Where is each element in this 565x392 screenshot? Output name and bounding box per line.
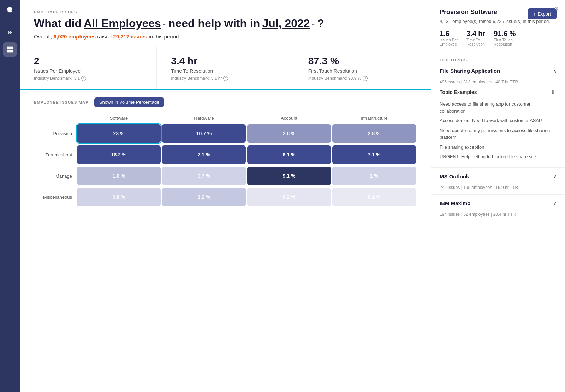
panel-metric-label-0: Issues PerEmployee <box>440 38 458 46</box>
topic-name-2: IBM Maximo <box>440 200 471 206</box>
panel-metric-value-1: 3.4 hr <box>466 30 485 38</box>
sidebar-logo <box>4 4 16 17</box>
grid-cell-0-0[interactable]: 23 % <box>77 124 161 143</box>
topic-examples-title-0: Topic Examples <box>440 89 477 95</box>
top-area: EMPLOYEE ISSUES What did All Employees ⌄… <box>20 0 431 90</box>
map-toggle-button[interactable]: Shown in Volume Percentage <box>94 97 165 107</box>
benchmark-icon-1: ? <box>223 76 228 81</box>
metric-label-1: Time To Resolution <box>171 68 279 74</box>
grid-cell-3-1[interactable]: 1.2 % <box>162 188 246 206</box>
svg-rect-5 <box>7 50 10 52</box>
grid-cell-2-0[interactable]: 1.6 % <box>77 167 161 185</box>
panel-topics-label: TOP TOPICS <box>431 52 565 62</box>
grid-col-header-2: Hardware <box>161 114 246 122</box>
topic-stats-0: 496 issues | 313 employees | 40.7 hr TTR <box>431 79 565 89</box>
panel-metric-0: 1.6 Issues PerEmployee <box>440 30 458 46</box>
metric-value-0: 2 <box>34 55 142 67</box>
panel-metric-label-2: First TouchResolution <box>494 38 516 46</box>
title-suffix: ? <box>317 17 325 30</box>
grid-cell-2-1[interactable]: 0.7 % <box>162 167 246 185</box>
grid-row-label-2: Manage <box>34 173 76 179</box>
panel-metrics: 1.6 Issues PerEmployee 3.4 hr Time ToRes… <box>440 30 557 46</box>
grid-row-label-0: Provision <box>34 131 76 136</box>
grid-header-row: Software Hardware Account Infrastructure <box>34 114 417 122</box>
metric-benchmark-0: Industry Benchmark: 3.1 ? <box>34 76 142 81</box>
grid-cell-0-1[interactable]: 10.7 % <box>162 124 246 143</box>
panel-metric-value-2: 91.6 % <box>494 30 516 38</box>
topics-container: File Sharing Application∧496 issues | 31… <box>431 62 565 221</box>
topic-stats-2: 194 issues | 52 employees | 20.4 hr TTR <box>431 212 565 221</box>
grid-cell-2-2[interactable]: 9.1 % <box>247 167 331 185</box>
topic-item-0: File Sharing Application∧496 issues | 31… <box>431 62 565 168</box>
date-dropdown[interactable]: Jul, 2022 ⌄ <box>262 17 315 30</box>
employees-count: 6,020 employees <box>54 34 96 40</box>
employees-chevron-icon: ⌄ <box>162 20 166 27</box>
grid-cell-1-0[interactable]: 18.2 % <box>77 145 161 164</box>
topic-header-0[interactable]: File Sharing Application∧ <box>431 62 565 79</box>
example-item-0-0: Need access to file sharing app for cust… <box>440 99 557 116</box>
panel-header: Provision Software 4,131 employee(s) rai… <box>431 0 565 52</box>
grid-col-header-1: Software <box>76 114 161 122</box>
map-header: EMPLOYEE ISSUES MAP Shown in Volume Perc… <box>34 97 417 107</box>
grid-row-1: Troubleshoot18.2 %7.1 %6.1 %7.1 % <box>34 145 417 165</box>
title-middle: need help with in <box>168 17 260 30</box>
topic-chevron-icon-1: ∨ <box>553 173 557 179</box>
example-item-0-3: File sharing exception <box>440 142 557 152</box>
export-label: Export <box>537 11 551 17</box>
grid-cell-1-2[interactable]: 6.1 % <box>247 145 331 164</box>
sidebar-nav-grid[interactable] <box>3 42 17 57</box>
main-content: EMPLOYEE ISSUES What did All Employees ⌄… <box>20 0 431 392</box>
topic-stats-1: 245 issues | 195 employees | 16.9 hr TTR <box>431 185 565 194</box>
sidebar <box>0 0 20 392</box>
map-section: EMPLOYEE ISSUES MAP Shown in Volume Perc… <box>20 90 431 392</box>
panel-metric-value-0: 1.6 <box>440 30 458 38</box>
example-item-0-1: Access denied. Need to work with custome… <box>440 116 557 126</box>
map-label: EMPLOYEE ISSUES MAP <box>34 100 89 105</box>
grid-cell-3-0[interactable]: 0.8 % <box>77 188 161 206</box>
topic-examples-header-0: Topic Examples⬇ <box>440 89 557 96</box>
grid-cell-2-3[interactable]: 1 % <box>332 167 416 185</box>
svg-rect-6 <box>11 50 13 52</box>
grid-col-header-0 <box>34 114 76 122</box>
topic-examples-0: Topic Examples⬇Need access to file shari… <box>431 89 565 167</box>
metric-card-0: 2 Issues Per Employee Industry Benchmark… <box>20 47 157 89</box>
topic-header-2[interactable]: IBM Maximo∨ <box>431 195 565 212</box>
grid-cell-3-3[interactable]: 0.1 % <box>332 188 416 206</box>
grid-row-0: Provision23 %10.7 %2.6 %2.8 % <box>34 124 417 143</box>
employees-dropdown[interactable]: All Employees ⌄ <box>84 17 166 30</box>
svg-rect-3 <box>7 47 10 49</box>
grid-cell-1-1[interactable]: 7.1 % <box>162 145 246 164</box>
export-button[interactable]: ↑ Export <box>528 8 557 19</box>
metric-benchmark-1: Industry Benchmark: 5.1 hr ? <box>171 76 279 81</box>
right-panel: ✕ Provision Software 4,131 employee(s) r… <box>431 0 565 392</box>
grid-cell-1-3[interactable]: 7.1 % <box>332 145 416 164</box>
grid-rows-container: Provision23 %10.7 %2.6 %2.8 %Troubleshoo… <box>34 124 417 207</box>
grid-cell-0-2[interactable]: 2.6 % <box>247 124 331 143</box>
download-icon[interactable]: ⬇ <box>549 89 557 96</box>
grid-table: Software Hardware Account Infrastructure… <box>34 114 417 207</box>
grid-row-label-3: Miscellaneous <box>34 195 76 200</box>
benchmark-icon-2: ? <box>363 76 368 81</box>
panel-metric-2: 91.6 % First TouchResolution <box>494 30 516 46</box>
issues-count: 29,217 issues <box>113 34 147 40</box>
topic-chevron-icon-2: ∨ <box>553 200 557 206</box>
grid-cell-0-3[interactable]: 2.8 % <box>332 124 416 143</box>
grid-cell-3-2[interactable]: 0.2 % <box>247 188 331 206</box>
main-title: What did All Employees ⌄ need help with … <box>34 17 417 30</box>
subtitle-prefix: Overall, <box>34 34 52 40</box>
grid-col-header-4: Infrastructure <box>332 114 417 122</box>
export-icon: ↑ <box>533 11 536 17</box>
metric-label-2: First Touch Resolution <box>308 68 417 74</box>
example-item-0-2: Need update re. my permissions to access… <box>440 126 557 142</box>
grid-row-3: Miscellaneous0.8 %1.2 %0.2 %0.1 % <box>34 187 417 207</box>
sidebar-nav-arrows[interactable] <box>3 25 17 40</box>
section-label: EMPLOYEE ISSUES <box>34 10 417 14</box>
topic-chevron-icon-0: ∧ <box>553 68 557 74</box>
metric-value-1: 3.4 hr <box>171 55 279 67</box>
grid-row-2: Manage1.6 %0.7 %9.1 %1 % <box>34 166 417 186</box>
metric-value-2: 87.3 % <box>308 55 417 67</box>
topic-item-2: IBM Maximo∨194 issues | 52 employees | 2… <box>431 195 565 221</box>
example-item-0-4: URGENT: Help getting to blocked file sha… <box>440 152 557 162</box>
topic-header-1[interactable]: MS Outlook∨ <box>431 168 565 185</box>
grid-col-header-3: Account <box>246 114 332 122</box>
